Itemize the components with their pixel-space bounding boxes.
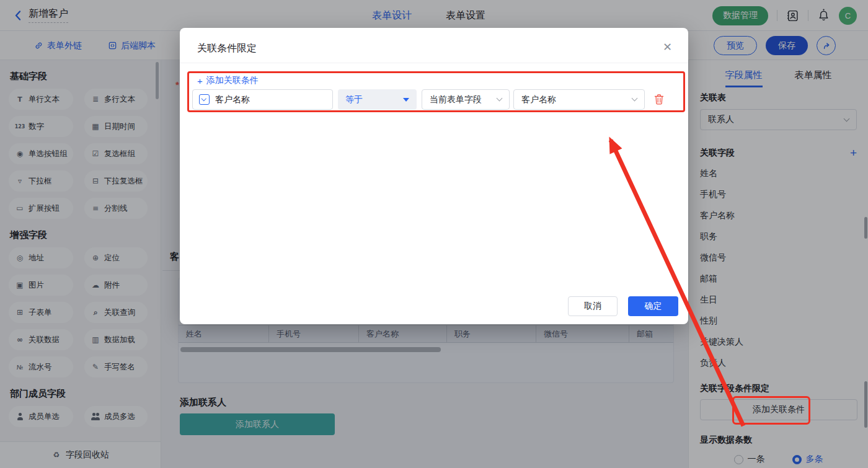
chevron-down-icon (632, 95, 638, 102)
condition-field-value: 客户名称 (215, 94, 250, 105)
condition-operator-select[interactable]: 等于 (338, 89, 417, 110)
condition-source-value: 当前表单字段 (430, 94, 482, 105)
condition-limit-modal: 关联条件限定 ✕ 添加关联条件 客户名称 等于 当前表单字段 客户名称 (180, 28, 688, 324)
plus-icon (197, 76, 203, 86)
chevron-down-icon (497, 95, 503, 102)
confirm-button[interactable]: 确定 (628, 296, 678, 316)
condition-source-select[interactable]: 当前表单字段 (422, 89, 510, 110)
caret-down-icon (403, 98, 409, 102)
modal-divider (180, 63, 688, 63)
delete-condition-button[interactable] (653, 89, 665, 110)
condition-operator-value: 等于 (345, 94, 363, 105)
condition-value-select[interactable]: 客户名称 (513, 89, 645, 110)
condition-field-input[interactable]: 客户名称 (192, 89, 333, 110)
close-icon[interactable]: ✕ (663, 40, 672, 54)
add-condition-link[interactable]: 添加关联条件 (197, 75, 259, 86)
form-designer-app: 新增客户 表单设计 表单设置 数据管理 C (0, 0, 868, 468)
trash-icon (653, 94, 665, 105)
condition-value-value: 客户名称 (521, 94, 556, 105)
add-condition-link-label: 添加关联条件 (206, 75, 259, 86)
select-field-icon (199, 94, 210, 105)
cancel-button[interactable]: 取消 (568, 296, 618, 316)
modal-title: 关联条件限定 (197, 42, 257, 55)
